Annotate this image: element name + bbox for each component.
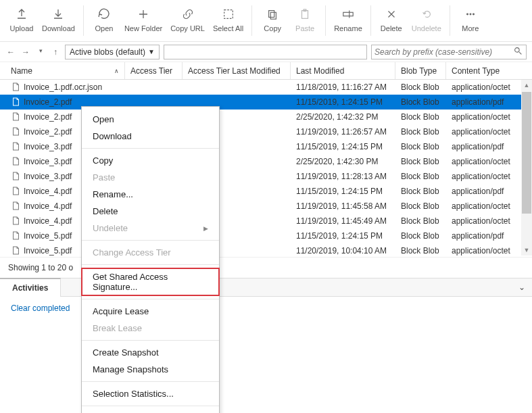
context-menu-item[interactable]: Download bbox=[82, 128, 219, 145]
table-row[interactable]: Invoice_4.pdf11/19/2019, 11:45:58 AMBloc… bbox=[0, 199, 532, 214]
context-menu-item[interactable]: Rename... bbox=[82, 186, 219, 203]
table-row[interactable]: Invoice_3.pdf11/15/2019, 1:24:15 PMBlock… bbox=[0, 139, 532, 154]
search-input[interactable] bbox=[374, 47, 514, 57]
activities-bar: Activities ⌄ bbox=[0, 278, 532, 297]
svg-point-8 bbox=[473, 14, 474, 15]
cell-content-type: application/pdf bbox=[446, 184, 532, 199]
rename-button[interactable]: Rename bbox=[330, 4, 366, 38]
col-name[interactable]: Name∧ bbox=[0, 62, 125, 79]
file-icon bbox=[12, 231, 20, 241]
col-last-modified[interactable]: Last Modified bbox=[291, 62, 395, 79]
upload-icon bbox=[14, 7, 29, 22]
cell-modified: 11/19/2019, 11:28:13 AM bbox=[291, 169, 395, 184]
cell-content-type: application/octet bbox=[446, 124, 532, 139]
file-icon bbox=[12, 142, 20, 151]
cell-modified: 11/19/2019, 11:26:57 AM bbox=[291, 124, 395, 139]
grid-header: Name∧ Access Tier Access Tier Last Modif… bbox=[0, 62, 532, 80]
table-row[interactable]: Invoice_2.pdf11/19/2019, 11:26:57 AMBloc… bbox=[0, 124, 532, 139]
download-button[interactable]: Download bbox=[38, 4, 79, 38]
cell-content-type: application/octet bbox=[446, 199, 532, 214]
cell-content-type: application/octet bbox=[446, 169, 532, 184]
file-icon bbox=[12, 246, 20, 256]
nav-dropdown-icon[interactable]: ▾ bbox=[35, 47, 46, 57]
table-row[interactable]: Invoice_2.pdf2/25/2020, 1:42:32 PMBlock … bbox=[0, 110, 532, 124]
cell-blob-type: Block Blob bbox=[395, 95, 446, 110]
nav-up-icon[interactable]: ↑ bbox=[50, 47, 61, 57]
cell-content-type: application/pdf bbox=[446, 139, 532, 154]
more-icon bbox=[463, 7, 478, 22]
context-menu-item[interactable]: Manage Snapshots bbox=[82, 361, 219, 378]
context-menu-item[interactable]: Create Snapshot bbox=[82, 344, 219, 361]
cell-blob-type: Block Blob bbox=[395, 214, 446, 228]
table-row[interactable]: Invoice_4.pdf11/19/2019, 11:45:49 AMBloc… bbox=[0, 214, 532, 228]
cell-modified: 2/25/2020, 1:42:32 PM bbox=[291, 110, 395, 124]
cell-modified: 11/15/2019, 1:24:15 PM bbox=[291, 228, 395, 243]
delete-icon bbox=[384, 7, 399, 22]
file-name: Invoice_2.pdf bbox=[24, 127, 72, 137]
delete-button[interactable]: Delete bbox=[375, 4, 408, 38]
context-menu-item[interactable]: Open bbox=[82, 111, 219, 128]
file-icon bbox=[12, 97, 20, 107]
table-row[interactable]: Invoice_5.pdf11/20/2019, 10:04:10 AMBloc… bbox=[0, 243, 532, 257]
cell-content-type: application/pdf bbox=[446, 228, 532, 243]
table-row[interactable]: Invoice_3.pdf2/25/2020, 1:42:30 PMBlock … bbox=[0, 154, 532, 169]
search-icon bbox=[514, 47, 523, 57]
blob-filter-dropdown[interactable]: Active blobs (default) ▼ bbox=[65, 45, 160, 59]
file-name: Invoice_3.pdf bbox=[24, 157, 72, 166]
context-menu-item[interactable]: Properties... bbox=[82, 410, 219, 413]
activities-tab[interactable]: Activities bbox=[0, 278, 61, 297]
paste-icon bbox=[297, 7, 312, 22]
nav-forward-icon[interactable]: → bbox=[20, 47, 31, 57]
submenu-arrow-icon: ▶ bbox=[203, 225, 208, 232]
copy-button[interactable]: Copy bbox=[256, 4, 289, 38]
chevron-down-icon: ▼ bbox=[148, 48, 155, 55]
context-menu-item[interactable]: Delete bbox=[82, 203, 219, 220]
cell-content-type: application/octet bbox=[446, 80, 532, 95]
clear-completed-link[interactable]: Clear completed bbox=[0, 297, 532, 320]
cell-content-type: application/octet bbox=[446, 110, 532, 124]
open-button[interactable]: Open bbox=[88, 4, 120, 38]
file-name: Invoice_4.pdf bbox=[24, 216, 72, 226]
file-name: Invoice_4.pdf bbox=[24, 201, 72, 211]
undelete-button: Undelete bbox=[408, 4, 445, 38]
file-name: Invoice_5.pdf bbox=[24, 231, 72, 241]
newfolder-button[interactable]: New Folder bbox=[120, 4, 166, 38]
file-grid: Name∧ Access Tier Access Tier Last Modif… bbox=[0, 62, 532, 257]
svg-point-7 bbox=[470, 14, 471, 15]
paste-button: Paste bbox=[289, 4, 321, 38]
col-tier-modified[interactable]: Access Tier Last Modified bbox=[183, 62, 291, 79]
dropdown-label: Active blobs (default) bbox=[70, 47, 145, 57]
copy-icon bbox=[265, 7, 280, 22]
table-row[interactable]: Invoice_3.pdf11/19/2019, 11:28:13 AMBloc… bbox=[0, 169, 532, 184]
context-menu-item: Undelete▶ bbox=[82, 220, 219, 237]
plus-icon bbox=[136, 7, 151, 22]
col-blob-type[interactable]: Blob Type bbox=[395, 62, 446, 79]
upload-button[interactable]: Upload bbox=[5, 4, 38, 38]
table-row[interactable]: Invoice_1.pdf.ocr.json11/18/2019, 11:16:… bbox=[0, 80, 532, 95]
search-box[interactable] bbox=[371, 45, 527, 59]
cell-blob-type: Block Blob bbox=[395, 80, 446, 95]
more-button[interactable]: More bbox=[454, 4, 487, 38]
expand-activities-icon[interactable]: ⌄ bbox=[512, 283, 532, 292]
path-input[interactable] bbox=[164, 45, 367, 59]
context-menu-item: Break Lease bbox=[82, 320, 219, 337]
svg-rect-3 bbox=[302, 11, 308, 19]
copyurl-button[interactable]: Copy URL bbox=[166, 4, 209, 38]
svg-point-9 bbox=[515, 47, 520, 52]
selectall-button[interactable]: Select All bbox=[209, 4, 247, 38]
context-menu-item[interactable]: Acquire Lease bbox=[82, 303, 219, 320]
cell-blob-type: Block Blob bbox=[395, 243, 446, 257]
context-menu-item[interactable]: Get Shared Access Signature... bbox=[82, 268, 219, 295]
file-icon bbox=[12, 216, 20, 226]
context-menu-item[interactable]: Copy bbox=[82, 152, 219, 169]
col-content-type[interactable]: Content Type bbox=[446, 62, 532, 79]
table-row[interactable]: Invoice_4.pdf11/15/2019, 1:24:15 PMBlock… bbox=[0, 184, 532, 199]
table-row[interactable]: Invoice_5.pdf11/15/2019, 1:24:15 PMBlock… bbox=[0, 228, 532, 243]
table-row[interactable]: Invoice_2.pdf11/15/2019, 1:24:15 PMBlock… bbox=[0, 95, 532, 110]
context-menu-item: Paste bbox=[82, 169, 219, 186]
col-access-tier[interactable]: Access Tier bbox=[125, 62, 183, 79]
context-menu-item[interactable]: Selection Statistics... bbox=[82, 385, 219, 402]
nav-back-icon[interactable]: ← bbox=[5, 47, 16, 57]
cell-blob-type: Block Blob bbox=[395, 124, 446, 139]
file-name: Invoice_3.pdf bbox=[24, 142, 72, 151]
